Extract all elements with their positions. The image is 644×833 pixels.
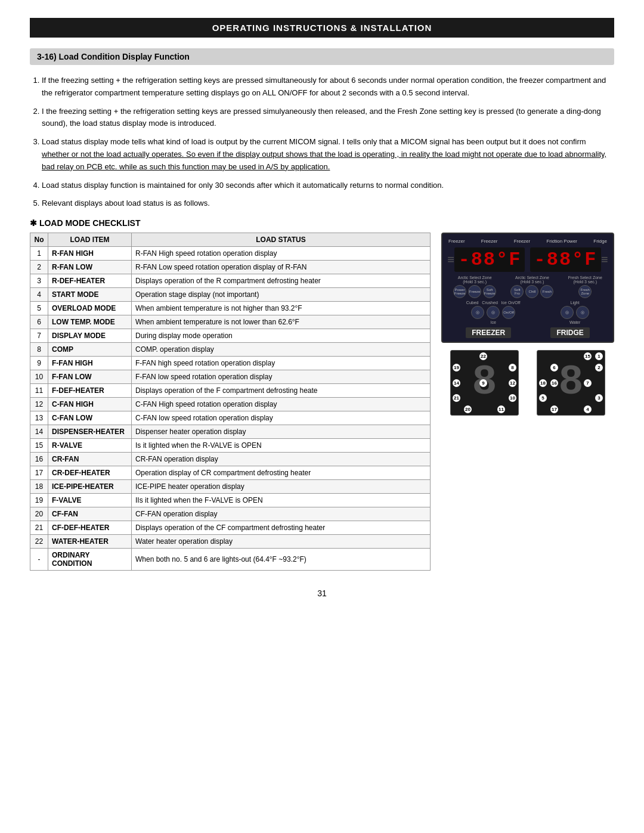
row-status: R-FAN High speed rotation operation disp… <box>132 247 431 261</box>
row-no: 21 <box>30 521 48 535</box>
row-item: F-DEF-HEATER <box>48 384 132 398</box>
seg-num-8: 8 <box>509 364 516 371</box>
fridge-label: FRIDGE <box>550 327 589 338</box>
soft-freeze-btn[interactable]: SoftFreeze <box>483 285 496 298</box>
row-item: R-VALVE <box>48 439 132 453</box>
seg-num-7: 7 <box>584 379 592 387</box>
row-item: C-FAN HIGH <box>48 398 132 411</box>
seg-num-2: 2 <box>595 364 603 371</box>
row-item: ICE-PIPE-HEATER <box>48 480 132 494</box>
table-row: 5 OVERLOAD MODE When ambient temperature… <box>30 302 431 315</box>
row-no: 7 <box>30 329 48 343</box>
fridge-temp-display: -88°F <box>530 247 600 272</box>
row-status: When ambient temperature is not lower th… <box>132 315 431 329</box>
light-water-section: Light ◎ ◎ Water <box>561 301 589 324</box>
freezer-segment: 8 22 19 8 14 9 21 10 20 11 12 <box>450 350 519 416</box>
row-status: CF-FAN operation display <box>132 507 431 521</box>
col-status: LOAD STATUS <box>132 233 431 247</box>
row-no: 19 <box>30 494 48 507</box>
table-row: 15 R-VALVE Is it lighted when the R-VALV… <box>30 439 431 453</box>
row-status: Displays operation of the F compartment … <box>132 384 431 398</box>
diagram-area: Freezer Freezer Freezer Fridtion Power F… <box>441 233 614 571</box>
seg-num-3: 3 <box>595 394 603 402</box>
fresh-zone-section: Arctic Select Zone(Hold 3 sec.) SoftFro … <box>510 275 553 298</box>
left-panel-icon: ≡ <box>447 253 454 267</box>
table-row: 13 C-FAN LOW C-FAN low speed rotation op… <box>30 411 431 425</box>
table-row: - ORDINARY CONDITION When both no. 5 and… <box>30 549 431 571</box>
row-status: Water heater operation display <box>132 535 431 549</box>
fresh-select-zone: Fresh Select Zone(Hold 3 sec.) FreshZone <box>568 275 602 298</box>
load-mode-title: ✱ LOAD MODE CHECKLIST <box>30 218 614 228</box>
row-status: Displays operation of the CF compartment… <box>132 521 431 535</box>
load-table-area: No LOAD ITEM LOAD STATUS 1 R-FAN HIGH R-… <box>30 233 431 571</box>
temp-display-row: ≡ -88°F -88°F ≡ <box>446 245 609 274</box>
row-status: CR-FAN operation display <box>132 453 431 466</box>
table-row: 19 F-VALVE IIs it lighted when the F-VAL… <box>30 494 431 507</box>
row-no: 10 <box>30 370 48 384</box>
row-status: Operation stage display (not important) <box>132 288 431 302</box>
table-row: 11 F-DEF-HEATER Displays operation of th… <box>30 384 431 398</box>
instruction-3: Load status display mode tells what kind… <box>42 136 614 173</box>
seg-num-1: 1 <box>595 352 603 360</box>
instruction-2: I the freezing setting + the refrigerati… <box>42 106 614 131</box>
row-item: CR-DEF-HEATER <box>48 466 132 480</box>
table-row: 9 F-FAN HIGH F-FAN high speed rotation o… <box>30 357 431 370</box>
ff-label-row: FREEZER FRIDGE <box>446 327 609 338</box>
instruction-4: Load status display function is maintain… <box>42 179 614 192</box>
table-row: 3 R-DEF-HEATER Displays operation of the… <box>30 274 431 288</box>
page-header: OPERATING INSTRUCTIONS & INSTALLATION <box>30 18 614 38</box>
row-item: LOW TEMP. MODE <box>48 315 132 329</box>
row-status: During display mode operation <box>132 329 431 343</box>
row-no: 9 <box>30 357 48 370</box>
panel-top-labels: Freezer Freezer Freezer Fridtion Power F… <box>446 237 609 245</box>
row-item: WATER-HEATER <box>48 535 132 549</box>
right-panel-icon: ≡ <box>601 253 608 267</box>
seg-num-21: 21 <box>453 394 460 402</box>
seg-num-11: 11 <box>497 405 505 413</box>
seg-num-5: 5 <box>539 394 547 402</box>
row-item: START MODE <box>48 288 132 302</box>
table-row: 7 DISPLAY MODE During display mode opera… <box>30 329 431 343</box>
row-no: 16 <box>30 453 48 466</box>
freeze-btn[interactable]: Freeze <box>468 285 481 298</box>
row-no: 3 <box>30 274 48 288</box>
row-status: ICE-PIPE heater operation display <box>132 480 431 494</box>
soft-fro-btn[interactable]: SoftFro <box>510 285 524 298</box>
arctic-zone-section: Arctic Select Zone(Hold 3 sec.) PowerFre… <box>453 275 496 298</box>
freezer-temp-display: -88°F <box>454 247 525 272</box>
table-row: 4 START MODE Operation stage display (no… <box>30 288 431 302</box>
row-no: 15 <box>30 439 48 453</box>
row-status: R-FAN Low speed rotation operation displ… <box>132 261 431 274</box>
fresh-btn[interactable]: Fresh <box>540 285 553 298</box>
table-row: 16 CR-FAN CR-FAN operation display <box>30 453 431 466</box>
fresh-zone-btn[interactable]: FreshZone <box>578 285 592 298</box>
seg-num-15: 15 <box>584 352 592 360</box>
row-status: When ambient temperature is not higher t… <box>132 302 431 315</box>
ice-onoff-btn[interactable]: On/Off <box>502 306 515 319</box>
row-item: CR-FAN <box>48 453 132 466</box>
cubed-btn[interactable]: ◎ <box>471 306 484 319</box>
crushed-btn[interactable]: ◎ <box>487 306 500 319</box>
row-no: 6 <box>30 315 48 329</box>
row-item: R-FAN HIGH <box>48 247 132 261</box>
row-status: F-FAN low speed rotation operation displ… <box>132 370 431 384</box>
power-freeze-btn[interactable]: PowerFreeze <box>453 285 466 298</box>
table-row: 12 C-FAN HIGH C-FAN High speed rotation … <box>30 398 431 411</box>
seg-num-18: 18 <box>539 379 547 387</box>
instructions: If the freezing setting + the refrigerat… <box>30 75 614 210</box>
row-item: ORDINARY CONDITION <box>48 549 132 571</box>
row-item: R-FAN LOW <box>48 261 132 274</box>
row-status: COMP. operation display <box>132 343 431 357</box>
row-item: OVERLOAD MODE <box>48 302 132 315</box>
light-btn[interactable]: ◎ <box>561 306 574 319</box>
row-status: C-FAN low speed rotation operation displ… <box>132 411 431 425</box>
row-no: 4 <box>30 288 48 302</box>
instruction-1: If the freezing setting + the refrigerat… <box>42 75 614 100</box>
table-row: 6 LOW TEMP. MODE When ambient temperatur… <box>30 315 431 329</box>
row-no: 2 <box>30 261 48 274</box>
seg-num-4: 4 <box>584 405 592 413</box>
freezer-label: FREEZER <box>466 327 511 338</box>
chill-btn[interactable]: Chill <box>525 285 538 298</box>
water-btn[interactable]: ◎ <box>576 306 589 319</box>
row-no: 20 <box>30 507 48 521</box>
